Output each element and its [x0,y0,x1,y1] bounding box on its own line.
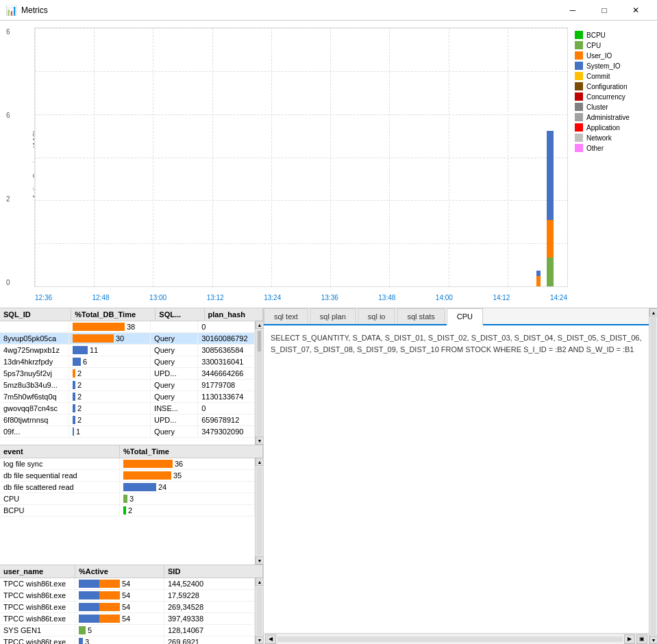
event-pct-cell: 36 [120,458,255,469]
table-row[interactable]: db file scattered read 24 [0,482,255,493]
maximize-button[interactable]: □ [588,0,620,21]
table-row[interactable]: TPCC wish86t.exe 54 144,52400 [0,578,255,590]
pct-cell: 2 [69,403,151,414]
grid-v-8 [449,28,449,286]
scroll-up-arrow[interactable]: ▲ [256,578,263,586]
legend-config: Configuration [575,82,643,90]
plan-hash-cell: 0 [198,403,255,414]
user-pct-cell: 54 [75,602,164,612]
plan-hash-cell: 1130133674 [198,391,255,402]
scroll-down-arrow[interactable]: ▼ [649,636,657,644]
table-row[interactable]: 13dn4hkrzfpdy 6 Query 3300316041 [0,356,255,368]
user-sid-header: SID [164,565,263,578]
table-row[interactable]: 5mz8u3b34u9... 2 Query 91779708 [0,380,255,391]
table-row[interactable]: TPCC wish86t.exe 3 269,6921 [0,636,255,644]
pct-cell: 6 [69,356,151,367]
scroll-up-arrow[interactable]: ▲ [256,458,263,466]
user-sid-cell: 144,52400 [164,578,255,589]
pct-cell: 2 [69,380,151,391]
scroll-right-btn[interactable]: ▶ [624,634,635,644]
sql-id-cell [0,321,69,332]
scroll-track [256,467,262,556]
user-sid-cell: 269,34528 [164,602,255,612]
pct-cell: 11 [69,345,151,356]
pct-cell: 38 [69,321,151,332]
plan-hash-cell: 3446664266 [198,368,255,379]
userio-bar [547,220,554,258]
event-bar [123,471,171,480]
table-row[interactable]: db file sequential read 35 [0,470,255,482]
table-row[interactable]: 7m5h0wf6stq0q 2 Query 1130133674 [0,391,255,403]
right-pane-v-scrollbar[interactable]: ▲ ▼ [649,308,657,644]
app-icon: 📊 [5,5,17,16]
pct-bar [73,346,88,354]
scroll-up-arrow[interactable]: ▲ [649,308,657,317]
scroll-thumb [258,331,261,351]
sql-table-scrollbar[interactable]: ▲ ▼ [255,321,263,445]
pct-cell: 2 [69,368,151,379]
scroll-up-arrow[interactable]: ▲ [256,321,263,329]
user-scrollbar[interactable]: ▲ ▼ [255,578,263,644]
cpu-color [575,41,583,49]
tab-sql-stats[interactable]: sql stats [397,308,445,324]
bcpu-color [575,31,583,39]
scroll-down-arrow[interactable]: ▼ [256,436,263,445]
sql-table-pane: SQL_ID %Total_DB_Time SQL... plan_hash 3… [0,308,263,445]
table-row[interactable]: 8yvup05pk05ca 30 Query 30160086792 [0,333,255,345]
table-row[interactable]: 6f80tjwtrnnsq 2 UPD... 659678912 [0,414,255,426]
sql-id-cell: 13dn4hkrzfpdy [0,356,69,367]
table-row[interactable]: TPCC wish86t.exe 54 269,34528 [0,602,255,613]
legend-sysio: System_IO [575,62,643,70]
sql-table-body[interactable]: 38 0 8yvup05pk05ca 30 Query 3016008679 [0,321,263,445]
sql-text-content: SELECT S_QUANTITY, S_DATA, S_DIST_01, S_… [264,325,649,633]
event-cell: BCPU [0,505,120,516]
table-row[interactable]: 4wg725nwpxb1z 11 Query 3085636584 [0,345,255,356]
left-panes: SQL_ID %Total_DB_Time SQL... plan_hash 3… [0,308,264,644]
tab-sql-plan[interactable]: sql plan [310,308,356,324]
table-row[interactable]: TPCC wish86t.exe 54 397,49338 [0,613,255,625]
legend-commit: Commit [575,72,643,80]
minimize-button[interactable]: ─ [557,0,588,21]
table-row[interactable]: CPU 3 [0,493,255,505]
legend-concurrency: Concurrency [575,92,643,101]
table-row[interactable]: BCPU 2 [0,505,255,517]
tab-cpu[interactable]: CPU [447,308,483,325]
legend-cpu: CPU [575,41,643,49]
scroll-left-btn[interactable]: ◀ [265,634,276,644]
table-row[interactable]: TPCC wish86t.exe 54 17,59228 [0,590,255,602]
scroll-corner[interactable]: ▣ [636,634,647,644]
sql-type-cell: UPD... [151,368,198,379]
scroll-down-arrow[interactable]: ▼ [256,556,263,565]
event-pct-cell: 24 [120,482,255,493]
tab-sql-text[interactable]: sql text [264,308,308,324]
pct-bar [73,323,125,331]
user-name-cell: TPCC wish86t.exe [0,602,75,612]
right-pane-scrollbar[interactable]: ◀ ▶ ▣ [264,633,649,644]
chart-bars-2 [536,271,541,286]
close-button[interactable]: ✕ [620,0,652,21]
legend-cluster: Cluster [575,103,643,111]
grid-v-9 [508,28,508,286]
table-row[interactable]: 5ps73nuy5f2vj 2 UPD... 3446664266 [0,368,255,380]
user-name-cell: TPCC wish86t.exe [0,613,75,624]
user-table-body[interactable]: TPCC wish86t.exe 54 144,52400 TPCC wish8… [0,578,263,644]
window-title: Metrics [21,5,557,15]
event-table-body[interactable]: log file sync 36 db file sequential read… [0,458,263,565]
table-row[interactable]: 38 0 [0,321,255,333]
grid-h-3 [35,114,567,115]
table-row[interactable]: 09f... 1 Query 3479302090 [0,426,255,438]
table-row[interactable]: SYS GEN1 5 128,14067 [0,625,255,636]
chart-legend: BCPU CPU User_IO System_IO Commit Config… [568,27,650,287]
tab-sql-io[interactable]: sql io [358,308,396,324]
grid-h-2 [35,71,567,72]
window-controls: ─ □ ✕ [557,0,652,21]
sysio-bar [547,131,554,220]
table-row[interactable]: log file sync 36 [0,458,255,470]
sql-type-cell [151,321,198,332]
scroll-down-arrow[interactable]: ▼ [256,636,263,644]
event-scrollbar[interactable]: ▲ ▼ [255,458,263,565]
sql-id-cell: 5mz8u3b34u9... [0,380,69,391]
table-row[interactable]: gwovqq87cn4sc 2 INSE... 0 [0,403,255,414]
app-color [575,123,583,132]
event-header: event [0,445,120,458]
